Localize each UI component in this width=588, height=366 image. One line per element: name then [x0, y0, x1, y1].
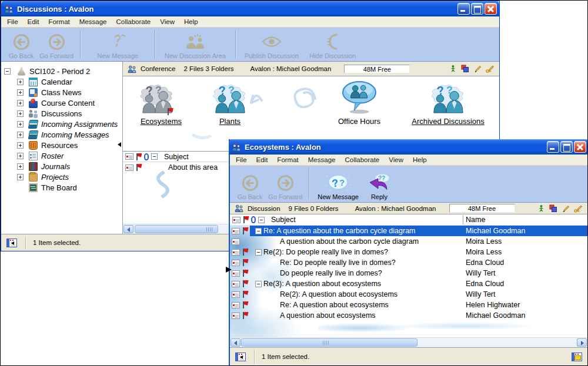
horizontal-scrollbar[interactable] [230, 337, 587, 347]
tree-item[interactable]: Discussions [1, 108, 122, 119]
tree-item[interactable]: Journals [1, 161, 122, 172]
expand-toggle[interactable] [17, 79, 24, 85]
tree-item[interactable]: Roster [1, 150, 122, 161]
publish-discussion-button[interactable]: Publish Discussion [239, 29, 304, 60]
menu-item[interactable]: File [2, 17, 23, 26]
new-discussion-area-button[interactable]: New Discussion Area [159, 29, 232, 60]
minimize-button[interactable] [457, 3, 470, 15]
expand-toggle[interactable] [17, 132, 24, 138]
scroll-right-button[interactable] [577, 338, 587, 347]
expand-toggle[interactable] [17, 153, 24, 159]
tree-item[interactable]: Resources [1, 140, 122, 150]
scroll-left-button[interactable] [123, 225, 133, 233]
conference-item-label[interactable]: Ecosystems [123, 117, 199, 126]
pencil-key-icon[interactable] [486, 65, 495, 73]
conference-item-label[interactable]: Office Hours [321, 117, 397, 126]
minimize-button[interactable] [547, 141, 559, 153]
hide-discussion-button[interactable]: Hide Discussion [304, 29, 361, 60]
menu-item[interactable]: Message [75, 17, 112, 26]
tree-item[interactable]: Projects [1, 172, 122, 182]
tree-item[interactable]: Incoming Messages [1, 129, 122, 140]
layers-icon[interactable] [461, 65, 469, 73]
tree-item[interactable]: Course Content [1, 98, 122, 108]
scrollbar-thumb[interactable] [135, 225, 218, 233]
go-forward-button[interactable]: Go Forward [36, 29, 76, 60]
menu-item[interactable]: View [384, 155, 408, 164]
menu-item[interactable]: Help [408, 155, 432, 164]
collapse-thread-toggle[interactable] [255, 249, 262, 256]
splitter-arrow-icon[interactable] [118, 142, 121, 147]
tree-item[interactable]: Calendar [1, 76, 122, 87]
new-message-button[interactable]: ? ? New Message [313, 167, 363, 201]
new-message-button[interactable]: New Message [84, 29, 151, 60]
tree-item-root[interactable]: SCI102 - Period 2 [1, 66, 122, 76]
menu-item[interactable]: Collaborate [340, 155, 384, 164]
split-pane-icon[interactable] [235, 352, 246, 361]
reply-button[interactable]: ?? Reply [363, 167, 395, 201]
message-row[interactable]: Re: A question about ecosystems Helen Hi… [230, 300, 587, 310]
message-row[interactable]: Re: A question about the carbon cycle di… [230, 226, 587, 236]
conference-item-office-hours[interactable]: Office Hours [321, 80, 397, 126]
conference-item-ecosystems[interactable]: ? ? Ecosystems [123, 80, 199, 126]
flask-icon [17, 67, 26, 76]
collapse-toggle[interactable] [4, 68, 11, 75]
menu-item[interactable]: Help [179, 17, 203, 26]
tree-item[interactable]: Incoming Assignments [1, 119, 122, 129]
title-bar[interactable]: Discussions : Avalon [1, 1, 499, 16]
scrollbar-thumb[interactable] [241, 338, 417, 347]
message-subject: Re: A question about the carbon cycle di… [263, 227, 416, 235]
menu-item[interactable]: Collaborate [111, 17, 155, 26]
pencil-icon[interactable] [474, 65, 481, 73]
message-author: Willy Tert [466, 269, 495, 277]
menu-item[interactable]: View [155, 17, 179, 26]
go-forward-button[interactable]: Go Forward [265, 167, 305, 201]
close-button[interactable] [485, 3, 497, 15]
collapse-thread-toggle[interactable] [255, 228, 262, 234]
message-author: Moira Less [466, 237, 502, 246]
message-row[interactable]: Do people really live in domes? Willy Te… [230, 268, 587, 278]
menu-item[interactable]: Format [272, 155, 303, 164]
expand-toggle[interactable] [17, 142, 24, 149]
message-row[interactable]: A question about the carbon cycle diagra… [230, 236, 587, 247]
expand-toggle[interactable] [17, 110, 24, 117]
collapse-all-toggle[interactable] [151, 153, 158, 160]
tree-item[interactable]: Class News [1, 87, 122, 98]
scroll-left-button[interactable] [230, 338, 240, 347]
split-pane-icon[interactable] [6, 239, 17, 247]
conference-item-plants[interactable]: ? ? Plants [192, 80, 268, 126]
message-row[interactable]: Re(2): A question about ecosystems Willy… [230, 289, 587, 300]
close-button[interactable] [574, 141, 586, 153]
tree-item[interactable]: The Board [1, 182, 122, 193]
flag-icon [242, 270, 248, 277]
layers-icon[interactable] [549, 204, 557, 213]
column-divider[interactable] [463, 215, 463, 224]
menu-item[interactable]: Format [44, 17, 74, 26]
message-row[interactable]: Re: Do people really live in domes? Edna… [230, 257, 587, 268]
message-row[interactable]: A question about ecosystems Michael Good… [230, 310, 587, 321]
expand-toggle[interactable] [17, 163, 24, 170]
title-bar[interactable]: Ecosystems : Avalon [229, 139, 588, 155]
message-row[interactable]: Re(2): Do people really live in domes? M… [230, 247, 587, 257]
expand-toggle[interactable] [17, 174, 24, 180]
pencil-icon[interactable] [562, 204, 569, 213]
go-back-button[interactable]: Go Back [6, 29, 36, 60]
expand-toggle[interactable] [17, 89, 24, 96]
collapse-thread-toggle[interactable] [255, 281, 262, 287]
menu-item[interactable]: Message [303, 155, 340, 164]
conference-item-label[interactable]: Plants [192, 117, 268, 126]
conference-item-archived-discussions[interactable]: ? ? Archived Discussions [397, 80, 499, 126]
view-toggle-icon[interactable] [572, 352, 582, 361]
expand-toggle[interactable] [17, 100, 24, 106]
menu-item[interactable]: Edit [252, 155, 273, 164]
pencil-key-icon[interactable] [574, 204, 583, 213]
collapse-all-toggle[interactable] [258, 217, 265, 223]
maximize-button[interactable] [560, 141, 573, 153]
menu-item[interactable]: Edit [23, 17, 44, 26]
expand-toggle[interactable] [17, 121, 24, 127]
list-header[interactable]: Subject Name [230, 214, 587, 226]
menu-item[interactable]: File [231, 155, 252, 164]
maximize-button[interactable] [471, 3, 483, 15]
go-back-button[interactable]: Go Back [235, 167, 265, 201]
conference-item-label[interactable]: Archived Discussions [397, 117, 499, 126]
message-row[interactable]: Re(3): A question about ecosystems Edna … [230, 278, 587, 289]
